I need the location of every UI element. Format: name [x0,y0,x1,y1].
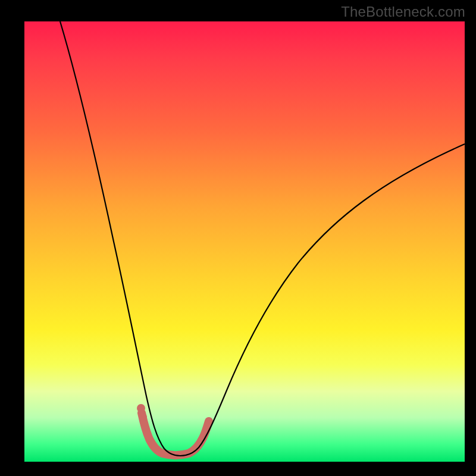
watermark-text: TheBottleneck.com [341,4,465,20]
highlight-dot [139,413,147,421]
chart-frame: TheBottleneck.com [0,0,476,476]
curve-right [180,144,465,456]
highlight-dot [137,404,145,412]
curve-layer [24,21,465,462]
curve-left [60,21,180,456]
